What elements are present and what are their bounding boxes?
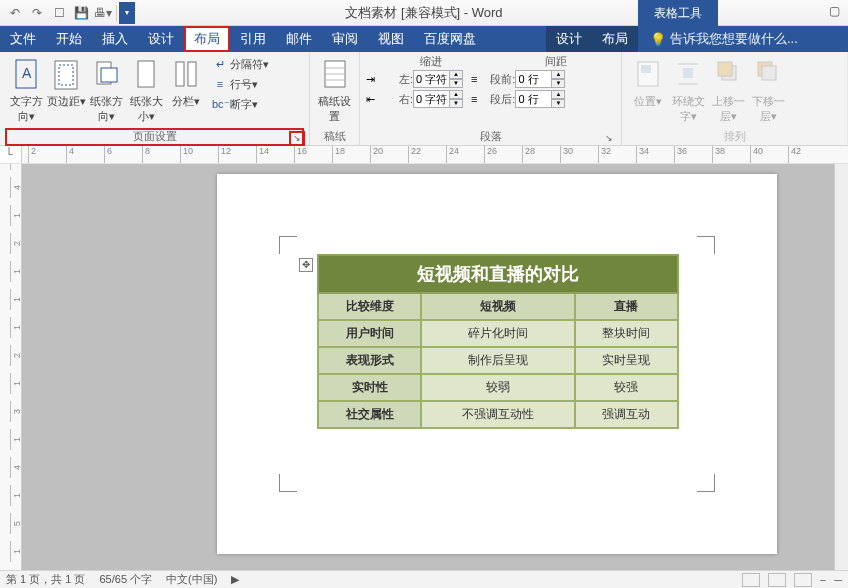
- redo-button[interactable]: ↷: [26, 2, 48, 24]
- table-col-header[interactable]: 短视频: [421, 293, 574, 320]
- paragraph-dialog-launcher[interactable]: ↘: [603, 133, 615, 145]
- table-col-header[interactable]: 直播: [575, 293, 678, 320]
- svg-rect-21: [762, 66, 776, 80]
- page-count[interactable]: 第 1 页，共 1 页: [6, 572, 85, 587]
- text-direction-icon: A: [12, 58, 40, 92]
- wrap-text-button[interactable]: 环绕文字▾: [668, 54, 708, 124]
- svg-rect-7: [176, 62, 184, 86]
- zoom-divider: ─: [834, 574, 842, 586]
- indent-left-up[interactable]: ▲: [449, 70, 463, 79]
- svg-rect-15: [683, 68, 693, 78]
- svg-rect-14: [641, 65, 651, 73]
- page-setup-dialog-launcher[interactable]: ↘: [291, 133, 303, 145]
- line-numbers-button[interactable]: ≡行号 ▾: [210, 74, 271, 94]
- undo-button[interactable]: ↶: [4, 2, 26, 24]
- print-layout-button[interactable]: [768, 573, 786, 587]
- indent-right-up[interactable]: ▲: [449, 90, 463, 99]
- tell-me-search[interactable]: 💡 告诉我您想要做什么...: [650, 26, 798, 52]
- document-table[interactable]: 短视频和直播的对比 比较维度 短视频 直播 用户时间碎片化时间整块时间 表现形式…: [317, 254, 679, 429]
- indent-right-icon: ⇤: [366, 93, 375, 106]
- tab-insert[interactable]: 插入: [92, 26, 138, 52]
- ribbon-display-options[interactable]: ▢: [829, 4, 840, 18]
- forward-icon: [714, 58, 742, 92]
- quick-print-button[interactable]: 🖶▾: [92, 2, 114, 24]
- word-count[interactable]: 65/65 个字: [99, 572, 152, 587]
- crop-mark: [697, 474, 715, 492]
- space-before-up[interactable]: ▲: [551, 70, 565, 79]
- separator: [116, 5, 117, 21]
- table-cell[interactable]: 用户时间: [318, 320, 421, 347]
- table-cell[interactable]: 制作后呈现: [421, 347, 574, 374]
- wrap-icon: [674, 58, 702, 92]
- paragraph-group-label: 段落 ↘: [366, 129, 615, 145]
- tab-home[interactable]: 开始: [46, 26, 92, 52]
- space-after-up[interactable]: ▲: [551, 90, 565, 99]
- table-cell[interactable]: 实时呈现: [575, 347, 678, 374]
- send-backward-button[interactable]: 下移一层▾: [748, 54, 788, 124]
- paper-group-label: 稿纸: [316, 129, 353, 145]
- vertical-ruler[interactable]: 141211121314151: [0, 164, 22, 570]
- hyphenation-button[interactable]: bc⁻断字 ▾: [210, 94, 271, 114]
- text-direction-button[interactable]: A 文字方向▾: [6, 54, 46, 124]
- tab-layout[interactable]: 布局: [184, 26, 230, 52]
- margins-icon: [52, 58, 80, 92]
- table-cell[interactable]: 较弱: [421, 374, 574, 401]
- table-cell[interactable]: 碎片化时间: [421, 320, 574, 347]
- table-cell[interactable]: 较强: [575, 374, 678, 401]
- position-button[interactable]: 位置▾: [628, 54, 668, 109]
- touch-mode-button[interactable]: ☐: [48, 2, 70, 24]
- tab-table-design[interactable]: 设计: [546, 26, 592, 52]
- tab-references[interactable]: 引用: [230, 26, 276, 52]
- crop-mark: [279, 236, 297, 254]
- columns-button[interactable]: 分栏▾: [166, 54, 206, 109]
- bring-forward-button[interactable]: 上移一层▾: [708, 54, 748, 124]
- size-button[interactable]: 纸张大小▾: [126, 54, 166, 124]
- page: ✥ 短视频和直播的对比 比较维度 短视频 直播 用户时间碎片化时间整块时间 表现…: [217, 174, 777, 554]
- horizontal-ruler[interactable]: 24681012141618202224262830323436384042: [22, 146, 848, 163]
- svg-rect-5: [101, 68, 117, 82]
- tab-baidu[interactable]: 百度网盘: [414, 26, 486, 52]
- macro-icon[interactable]: ▶: [231, 573, 239, 586]
- size-icon: [132, 58, 160, 92]
- space-after-label: 段后:: [477, 92, 515, 107]
- manuscript-paper-button[interactable]: 稿纸设置: [316, 54, 353, 124]
- web-layout-button[interactable]: [794, 573, 812, 587]
- contextual-tab-label: 表格工具: [638, 0, 718, 26]
- read-mode-button[interactable]: [742, 573, 760, 587]
- indent-right-down[interactable]: ▼: [449, 99, 463, 108]
- tab-table-layout[interactable]: 布局: [592, 26, 638, 52]
- customize-qat-button[interactable]: ▾: [119, 2, 135, 24]
- breaks-button[interactable]: ↵分隔符 ▾: [210, 54, 271, 74]
- table-cell[interactable]: 整块时间: [575, 320, 678, 347]
- orientation-button[interactable]: 纸张方向▾: [86, 54, 126, 124]
- tab-view[interactable]: 视图: [368, 26, 414, 52]
- space-before-down[interactable]: ▼: [551, 79, 565, 88]
- table-col-header[interactable]: 比较维度: [318, 293, 421, 320]
- tab-file[interactable]: 文件: [0, 26, 46, 52]
- save-button[interactable]: 💾: [70, 2, 92, 24]
- table-move-handle[interactable]: ✥: [299, 258, 313, 272]
- table-cell[interactable]: 社交属性: [318, 401, 421, 428]
- table-cell[interactable]: 不强调互动性: [421, 401, 574, 428]
- space-after-down[interactable]: ▼: [551, 99, 565, 108]
- tab-mailings[interactable]: 邮件: [276, 26, 322, 52]
- tell-me-placeholder: 告诉我您想要做什么...: [670, 30, 798, 48]
- zoom-out-button[interactable]: −: [820, 574, 826, 586]
- language[interactable]: 中文(中国): [166, 572, 217, 587]
- margins-button[interactable]: 页边距▾: [46, 54, 86, 109]
- vertical-scrollbar[interactable]: [834, 164, 848, 570]
- document-area[interactable]: ✥ 短视频和直播的对比 比较维度 短视频 直播 用户时间碎片化时间整块时间 表现…: [22, 164, 834, 570]
- table-cell[interactable]: 强调互动: [575, 401, 678, 428]
- spacing-heading: 间距: [496, 54, 615, 69]
- window-title: 文档素材 [兼容模式] - Word: [345, 4, 502, 22]
- backward-icon: [754, 58, 782, 92]
- table-cell[interactable]: 实时性: [318, 374, 421, 401]
- indent-left-down[interactable]: ▼: [449, 79, 463, 88]
- tab-review[interactable]: 审阅: [322, 26, 368, 52]
- columns-icon: [172, 58, 200, 92]
- manuscript-icon: [321, 58, 349, 92]
- tab-design[interactable]: 设计: [138, 26, 184, 52]
- svg-rect-6: [138, 61, 154, 87]
- table-cell[interactable]: 表现形式: [318, 347, 421, 374]
- table-title[interactable]: 短视频和直播的对比: [318, 255, 678, 293]
